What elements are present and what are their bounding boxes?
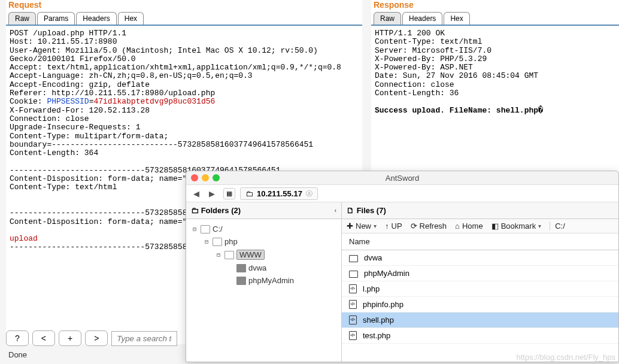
file-row-phpMyAdmin[interactable]: phpMyAdmin [342, 266, 618, 281]
refresh-button[interactable]: ⟳ Refresh [411, 222, 447, 230]
file-row-dvwa[interactable]: dvwa [342, 250, 618, 266]
code-file-icon [349, 284, 357, 293]
up-button[interactable]: ↑ UP [385, 222, 402, 230]
tree-node-dvwa[interactable]: dvwa [186, 262, 341, 274]
request-title: Request [6, 0, 362, 10]
files-panel: 🗋 Files (7) ✚ New ▾ ↑ UP ⟳ Refresh ⌂ Hom… [342, 202, 618, 362]
column-name[interactable]: Name [342, 233, 618, 250]
file-list[interactable]: dvwaphpMyAdminl.phpphpinfo.phpshell.phpt… [342, 250, 618, 344]
new-button[interactable]: ✚ New ▾ [347, 222, 377, 230]
folder-icon [236, 277, 246, 285]
files-toolbar: ✚ New ▾ ↑ UP ⟳ Refresh ⌂ Home ◧ Bookmark… [342, 219, 618, 233]
folder-icon: 🗀 [245, 189, 253, 198]
path-input[interactable]: C:/ [550, 222, 565, 230]
file-icon: 🗋 [347, 206, 354, 215]
help-button[interactable]: ? [6, 330, 29, 346]
tree-node-phpMyAdmin[interactable]: phpMyAdmin [186, 274, 341, 287]
add-button[interactable]: + [59, 330, 81, 346]
response-raw-body[interactable]: HTTP/1.1 200 OKContent-Type: text/htmlSe… [371, 26, 619, 119]
tab-raw[interactable]: Raw [8, 12, 36, 25]
folder-icon: 🗀 [191, 206, 199, 215]
folder-icon [213, 238, 222, 246]
tab-params[interactable]: Params [37, 12, 75, 25]
antsword-titlebar[interactable]: AntSword [186, 171, 618, 184]
files-title: Files (7) [357, 206, 386, 215]
tab-raw[interactable]: Raw [374, 12, 401, 25]
tree-node-WWW[interactable]: ⊟ WWW [186, 248, 341, 262]
tab-hex[interactable]: Hex [118, 12, 144, 25]
code-file-icon [349, 300, 357, 309]
folders-title: Folders (2) [201, 206, 241, 215]
close-tab-icon[interactable]: ⓧ [306, 189, 312, 198]
grid-icon[interactable]: ▦ [223, 188, 235, 199]
folder-icon [224, 251, 234, 259]
tab-headers[interactable]: Headers [402, 12, 442, 25]
request-tabbar: RawParamsHeadersHex [6, 10, 362, 26]
response-tabbar: RawHeadersHex [371, 10, 619, 26]
next-button[interactable]: > [85, 330, 108, 346]
home-button[interactable]: ⌂ Home [455, 222, 483, 230]
folder-icon [349, 271, 358, 278]
tree-node-C[interactable]: ⊟ C:/ [186, 223, 341, 235]
folder-icon [349, 255, 358, 262]
folder-tree[interactable]: ⊟ C:/⊟ php⊟ WWW dvwa phpMyAdmin [186, 219, 341, 290]
status-done: Done [8, 350, 27, 359]
address-text: 10.211.55.17 [257, 189, 302, 198]
folders-panel: 🗀 Folders (2) ‹ ⊟ C:/⊟ php⊟ WWW dvwa php… [186, 202, 342, 362]
tab-headers[interactable]: Headers [76, 12, 116, 25]
file-row-l.php[interactable]: l.php [342, 281, 618, 297]
folders-header: 🗀 Folders (2) ‹ [186, 202, 341, 219]
search-input[interactable] [111, 331, 177, 346]
response-pane: Response RawHeadersHex HTTP/1.1 200 OKCo… [371, 0, 619, 180]
prev-button[interactable]: < [32, 330, 55, 346]
watermark: https://blog.csdn.net/Fly_hps [517, 353, 615, 362]
bookmark-button[interactable]: ◧ Bookmark ▾ [491, 222, 542, 230]
file-row-test.php[interactable]: test.php [342, 328, 618, 344]
code-file-icon [349, 316, 357, 324]
request-footer: ? < + > [6, 330, 177, 346]
file-row-shell.php[interactable]: shell.php [342, 313, 618, 328]
antsword-title: AntSword [186, 174, 618, 183]
collapse-icon[interactable]: ‹ [335, 207, 336, 214]
code-file-icon [349, 331, 357, 340]
response-title: Response [371, 0, 619, 10]
antsword-toolbar: ◀▶ ▦ 🗀 10.211.55.17 ⓧ [186, 184, 618, 202]
file-row-phpinfo.php[interactable]: phpinfo.php [342, 297, 618, 313]
antsword-window: AntSword ◀▶ ▦ 🗀 10.211.55.17 ⓧ 🗀 Folders… [186, 171, 619, 362]
files-header: 🗋 Files (7) [342, 202, 618, 219]
nav-back-forward[interactable]: ◀▶ [190, 188, 219, 199]
address-tab[interactable]: 🗀 10.211.55.17 ⓧ [240, 187, 318, 200]
tab-hex[interactable]: Hex [444, 12, 469, 25]
folder-icon [201, 225, 210, 233]
folder-icon [236, 264, 246, 272]
tree-node-php[interactable]: ⊟ php [186, 235, 341, 248]
